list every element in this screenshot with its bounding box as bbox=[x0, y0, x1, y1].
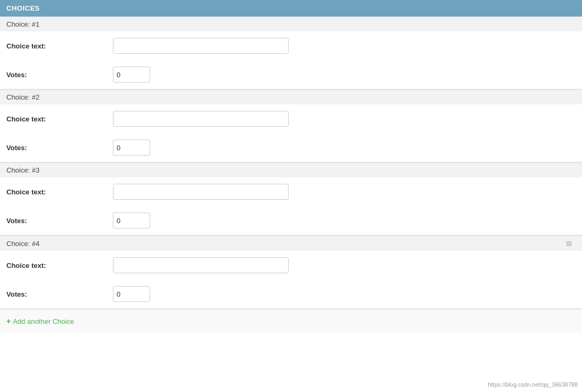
choice-group-1: Choice: #1Choice text:Votes: bbox=[0, 17, 582, 89]
votes-input-3[interactable] bbox=[113, 213, 150, 228]
choice-text-label-3: Choice text: bbox=[6, 188, 113, 196]
votes-input-2[interactable] bbox=[113, 140, 150, 156]
choice-group-3: Choice: #3Choice text:Votes: bbox=[0, 162, 582, 235]
choice-text-label-4: Choice text: bbox=[6, 262, 113, 270]
choice-text-input-1[interactable] bbox=[113, 38, 289, 54]
choice-text-label-1: Choice text: bbox=[6, 42, 113, 50]
votes-label-1: Votes: bbox=[6, 71, 113, 79]
votes-input-1[interactable] bbox=[113, 67, 150, 83]
choices-header: CHOICES bbox=[0, 0, 582, 17]
choice-title-1: Choice: #1 bbox=[6, 20, 39, 28]
votes-label-2: Votes: bbox=[6, 144, 113, 152]
choice-title-row-2: Choice: #2 bbox=[0, 89, 582, 104]
choice-text-row-2: Choice text: bbox=[0, 104, 582, 133]
choice-text-label-2: Choice text: bbox=[6, 115, 113, 123]
votes-row-4: Votes: bbox=[0, 280, 582, 308]
add-choice-row: + Add another Choice bbox=[0, 309, 582, 333]
choice-text-input-3[interactable] bbox=[113, 184, 289, 200]
votes-row-2: Votes: bbox=[0, 133, 582, 162]
choice-text-input-2[interactable] bbox=[113, 111, 289, 127]
choice-title-2: Choice: #2 bbox=[6, 93, 39, 101]
votes-input-4[interactable] bbox=[113, 286, 150, 302]
choice-title-row-4: Choice: #4⦻ bbox=[0, 235, 582, 251]
add-choice-label: Add another Choice bbox=[13, 317, 74, 325]
page-container: CHOICES Choice: #1Choice text:Votes:Choi… bbox=[0, 0, 582, 392]
votes-row-3: Votes: bbox=[0, 206, 582, 235]
choice-group-4: Choice: #4⦻Choice text:Votes: bbox=[0, 235, 582, 309]
watermark: https://blog.csdn.net/qq_36638788 bbox=[488, 381, 578, 388]
choice-group-2: Choice: #2Choice text:Votes: bbox=[0, 89, 582, 162]
choices-header-title: CHOICES bbox=[6, 4, 40, 12]
choice-text-row-4: Choice text: bbox=[0, 251, 582, 280]
add-another-choice-button[interactable]: + Add another Choice bbox=[6, 317, 74, 325]
choice-title-row-1: Choice: #1 bbox=[0, 17, 582, 31]
choice-title-4: Choice: #4 bbox=[6, 240, 39, 248]
choice-text-input-4[interactable] bbox=[113, 257, 289, 273]
choice-title-3: Choice: #3 bbox=[6, 166, 39, 174]
votes-row-1: Votes: bbox=[0, 60, 582, 89]
votes-label-3: Votes: bbox=[6, 217, 113, 225]
remove-choice-button-4[interactable]: ⦻ bbox=[563, 239, 576, 248]
choice-text-row-1: Choice text: bbox=[0, 31, 582, 60]
plus-icon: + bbox=[6, 317, 11, 325]
choice-text-row-3: Choice text: bbox=[0, 177, 582, 206]
votes-label-4: Votes: bbox=[6, 290, 113, 298]
choices-container: Choice: #1Choice text:Votes:Choice: #2Ch… bbox=[0, 17, 582, 309]
choice-title-row-3: Choice: #3 bbox=[0, 162, 582, 177]
